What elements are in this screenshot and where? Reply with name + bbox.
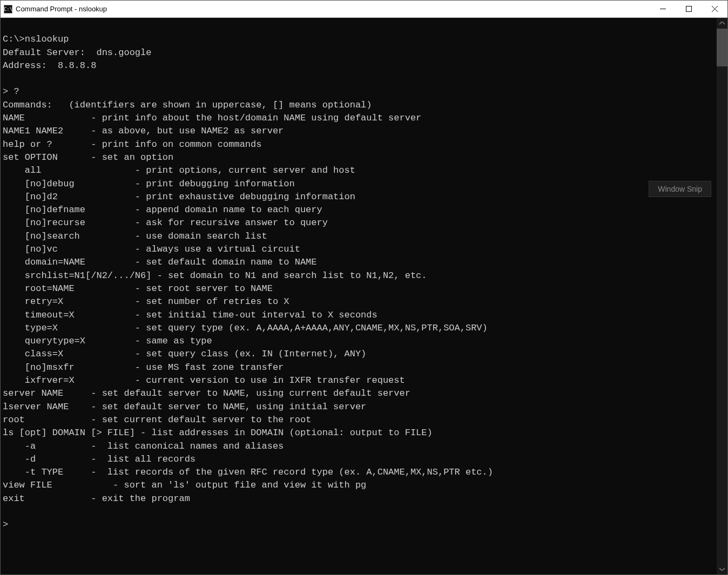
window-controls <box>650 1 727 17</box>
app-icon: C:\ <box>4 5 12 13</box>
close-button[interactable] <box>702 1 727 17</box>
titlebar[interactable]: C:\ Command Prompt - nslookup <box>1 1 727 18</box>
app-window: C:\ Command Prompt - nslookup C:\>nslook… <box>0 0 728 575</box>
vertical-scrollbar[interactable] <box>717 18 727 574</box>
svg-rect-1 <box>686 6 691 12</box>
terminal-output[interactable]: C:\>nslookup Default Server: dns.google … <box>1 18 717 574</box>
client-area: C:\>nslookup Default Server: dns.google … <box>1 18 727 574</box>
minimize-button[interactable] <box>650 1 676 17</box>
scroll-up-arrow-icon[interactable] <box>717 18 727 29</box>
maximize-button[interactable] <box>676 1 702 17</box>
scroll-down-arrow-icon[interactable] <box>717 564 727 574</box>
titlebar-left: C:\ Command Prompt - nslookup <box>1 5 107 13</box>
scroll-thumb[interactable] <box>717 29 727 66</box>
window-snip-overlay[interactable]: Window Snip <box>649 181 711 197</box>
window-title: Command Prompt - nslookup <box>16 5 107 13</box>
